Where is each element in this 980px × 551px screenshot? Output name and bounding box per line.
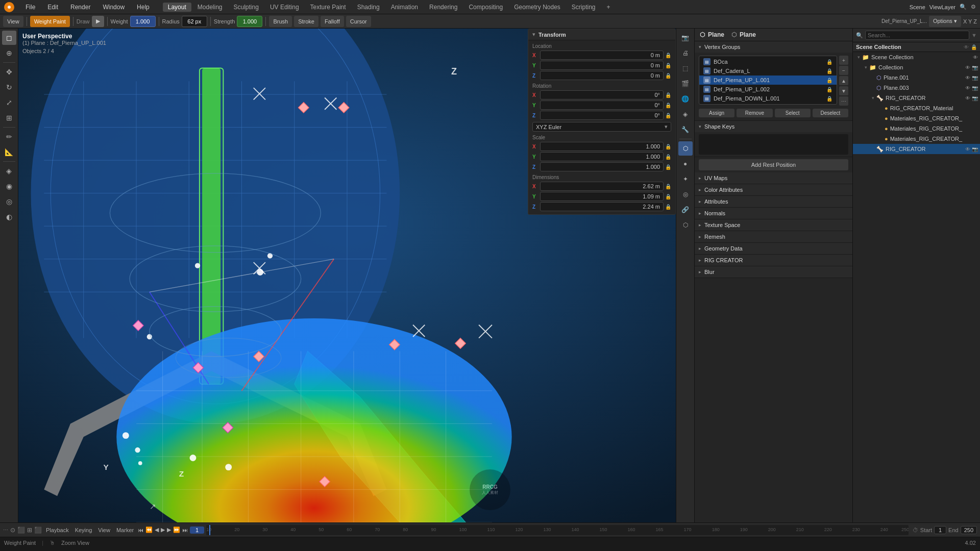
playback-btn[interactable]: Playback	[44, 527, 71, 533]
scale-z-lock-icon[interactable]: 🔒	[665, 164, 671, 170]
tab-shading[interactable]: Shading	[352, 3, 385, 12]
tl-dots-icon[interactable]: ⋯	[3, 527, 8, 533]
scene-props-btn[interactable]: 🎬	[678, 77, 693, 91]
end-frame-input[interactable]: 250	[961, 526, 977, 534]
dim-x-val[interactable]: 2.62 m	[540, 182, 664, 191]
normals-header[interactable]: ▸ Normals	[695, 208, 852, 219]
vg-lock-boca[interactable]: 🔒	[826, 59, 832, 65]
attributes-header[interactable]: ▸ Attributes	[695, 196, 852, 207]
loc-x-val[interactable]: 0 m	[540, 51, 664, 60]
prev-frame-icon[interactable]: ⏪	[145, 527, 153, 533]
texture-space-header[interactable]: ▸ Texture Space	[695, 219, 852, 231]
vg-lock-pierna-up-2[interactable]: 🔒	[826, 87, 832, 92]
weight-paint-mode-btn[interactable]: Weight Paint	[30, 16, 70, 27]
vg-move-up-btn[interactable]: ▲	[839, 76, 848, 85]
tree-rig-creator-material[interactable]: ● RIG_CREATOR_Material	[853, 103, 980, 113]
outliner-lock-icon[interactable]: 🔒	[971, 44, 977, 50]
color-attributes-header[interactable]: ▸ Color Attributes	[695, 184, 852, 195]
menu-help[interactable]: Help	[134, 3, 153, 12]
brush-btn[interactable]: Brush	[269, 16, 292, 27]
vg-add-btn[interactable]: +	[839, 56, 848, 65]
tab-sculpting[interactable]: Sculpting	[229, 3, 264, 12]
dim-y-lock-icon[interactable]: 🔒	[665, 194, 671, 199]
vg-item-boca[interactable]: ▤ BOca 🔒	[699, 57, 837, 66]
dim-y-val[interactable]: 1.09 m	[540, 192, 664, 201]
dim-z-lock-icon[interactable]: 🔒	[665, 204, 671, 210]
view-btn[interactable]: View	[3, 16, 23, 27]
blur-brush-tool[interactable]: ◉	[2, 179, 16, 193]
tree-plane-003[interactable]: ⬡ Plane.003 👁 📷	[853, 83, 980, 93]
vg-lock-pierna-up-1[interactable]: 🔒	[826, 78, 832, 83]
tab-rendering[interactable]: Rendering	[424, 3, 462, 12]
strength-value[interactable]: 1.000	[237, 16, 262, 27]
rc2-render-icon[interactable]: 📷	[972, 146, 978, 152]
rig-creator-header[interactable]: ▸ RIG CREATOR	[695, 255, 852, 266]
blur-header[interactable]: ▸ Blur	[695, 266, 852, 278]
search-icon[interactable]: 🔍	[960, 4, 967, 10]
dim-x-lock-icon[interactable]: 🔒	[665, 184, 671, 189]
tl-animation-icon[interactable]: ⬛	[17, 527, 25, 534]
vg-item-pierna-down-1[interactable]: ▤ Def_Pierna_DOWN_L.001 🔒	[699, 94, 837, 103]
move-tool[interactable]: ✥	[2, 65, 16, 79]
scale-y-val[interactable]: 1.000	[540, 152, 664, 161]
scale-y-lock-icon[interactable]: 🔒	[665, 154, 671, 160]
tab-add[interactable]: +	[602, 3, 616, 12]
tab-uv-editing[interactable]: UV Editing	[265, 3, 304, 12]
scale-z-val[interactable]: 1.000	[540, 162, 664, 171]
collection-render-icon[interactable]: 📷	[972, 65, 978, 70]
vertex-groups-header[interactable]: ▾ Vertex Groups	[695, 41, 852, 53]
current-frame-display[interactable]: 1	[190, 527, 204, 534]
rot-z-lock-icon[interactable]: 🔒	[665, 113, 671, 118]
modifiers-btn[interactable]: 🔧	[678, 122, 693, 137]
smear-brush-tool[interactable]: ◐	[2, 210, 16, 224]
transform-tool[interactable]: ⊞	[2, 111, 16, 125]
draw-mode-btn[interactable]: ▶	[92, 16, 104, 27]
radius-value[interactable]: 62 px	[182, 16, 207, 27]
view-layer-props-btn[interactable]: ⬚	[678, 61, 693, 76]
rc2-eye-icon[interactable]: 👁	[965, 146, 970, 152]
tree-rig-creator[interactable]: ▾ 🦴 RIG_CREATOR 👁 📷	[853, 93, 980, 103]
rotate-tool[interactable]: ↻	[2, 80, 16, 94]
loc-x-lock-icon[interactable]: 🔒	[665, 53, 671, 58]
tab-modeling[interactable]: Modeling	[192, 3, 228, 12]
shape-keys-header[interactable]: ▾ Shape Keys	[695, 121, 852, 132]
rot-x-lock-icon[interactable]: 🔒	[665, 92, 671, 98]
vg-lock-cadera[interactable]: 🔒	[826, 68, 832, 74]
collection-eye-icon[interactable]: 👁	[965, 65, 970, 70]
rot-y-val[interactable]: 0°	[540, 101, 664, 110]
object-data-2[interactable]: ⬡	[678, 218, 693, 232]
tab-texture-paint[interactable]: Texture Paint	[305, 3, 351, 12]
timeline-ruler[interactable]: 10 20 30 40 50 60 70 80 90 100 110 120 1…	[206, 525, 909, 535]
select-tool[interactable]: ◻	[2, 31, 16, 45]
keying-btn[interactable]: Keying	[73, 527, 94, 533]
cursor-btn[interactable]: Cursor	[346, 16, 371, 27]
loc-y-lock-icon[interactable]: 🔒	[665, 63, 671, 68]
tab-animation[interactable]: Animation	[386, 3, 423, 12]
annotate-tool[interactable]: ✏	[2, 130, 16, 144]
menu-render[interactable]: Render	[67, 3, 93, 12]
plane-001-render-icon[interactable]: 📷	[972, 75, 978, 81]
object-props-btn[interactable]: ◈	[678, 107, 693, 121]
vg-item-pierna-up-2[interactable]: ▤ Def_Pierna_UP_L.002 🔒	[699, 85, 837, 94]
start-frame-input[interactable]: 1	[934, 526, 946, 534]
menu-window[interactable]: Window	[100, 3, 128, 12]
stroke-btn[interactable]: Stroke	[294, 16, 318, 27]
scale-x-lock-icon[interactable]: 🔒	[665, 144, 671, 149]
tl-grid-icon[interactable]: ⊞	[27, 527, 32, 534]
vg-assign-btn[interactable]: Assign	[699, 109, 734, 117]
outliner-search-input[interactable]	[865, 31, 969, 40]
tab-compositing[interactable]: Compositing	[463, 3, 508, 12]
tree-scene-collection[interactable]: ▾ 📁 Scene Collection 👁	[853, 52, 980, 62]
next-frame-icon[interactable]: ⏩	[173, 527, 180, 533]
loc-z-lock-icon[interactable]: 🔒	[665, 73, 671, 79]
material-props-btn[interactable]: ●	[678, 157, 693, 171]
scale-x-val[interactable]: 1.000	[540, 142, 664, 151]
outliner-filter-icon[interactable]: ▼	[971, 32, 977, 38]
tree-materiales-2[interactable]: ● Materiales_RIG_CREATOR_	[853, 123, 980, 134]
physics-btn[interactable]: ◎	[678, 187, 693, 202]
tl-view-btn[interactable]: View	[96, 527, 112, 533]
vg-item-cadera[interactable]: ▤ Def_Cadera_L 🔒	[699, 66, 837, 76]
rotation-mode-selector[interactable]: XYZ Euler ▾	[532, 122, 671, 132]
settings-icon[interactable]: ⚙	[971, 4, 976, 10]
data-props-btn[interactable]: ⬡	[678, 141, 693, 156]
